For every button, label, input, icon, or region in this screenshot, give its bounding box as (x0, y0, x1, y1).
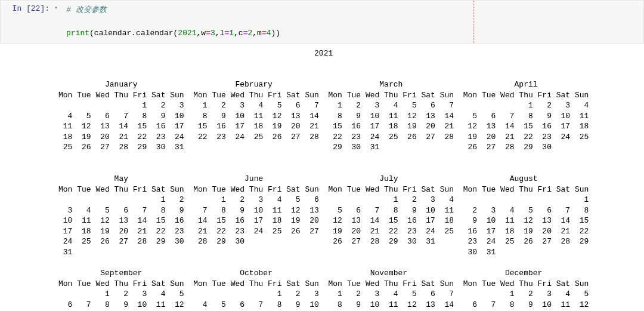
token-print: print (66, 29, 89, 38)
token-kwarg: w (201, 29, 206, 38)
token-module: calendar (94, 29, 131, 38)
token-paren: ( (89, 29, 94, 38)
token-comma: , (234, 29, 239, 38)
code-comment: # 改变参数 (66, 5, 107, 14)
input-cell: In [22]: ▾ # 改变参数 print(calendar.calenda… (0, 0, 644, 44)
token-comma: , (215, 29, 220, 38)
token-func: calendar (136, 29, 173, 38)
input-prompt: In [22]: (1, 1, 54, 43)
collapse-icon[interactable]: ▾ (54, 1, 60, 43)
code-editor[interactable]: # 改变参数 print(calendar.calendar(2021,w=3,… (60, 1, 643, 43)
token-year: 2021 (178, 29, 196, 38)
token-paren: ) (275, 29, 280, 38)
token-num: 1 (229, 29, 234, 38)
token-comma: , (252, 29, 257, 38)
token-dot: . (131, 29, 136, 38)
token-eq: = (262, 29, 267, 38)
token-num: 4 (267, 29, 271, 38)
token-eq: = (206, 29, 210, 38)
output-area: 2021 January February March April Mon Tu… (0, 44, 644, 312)
token-kwarg: m (257, 29, 262, 38)
code-line-print: print(calendar.calendar(2021,w=3,l=1,c=2… (66, 27, 637, 39)
token-num: 3 (210, 29, 215, 38)
code-ruler (473, 1, 474, 43)
token-kwarg: c (239, 29, 243, 38)
code-blank-line (66, 16, 637, 28)
